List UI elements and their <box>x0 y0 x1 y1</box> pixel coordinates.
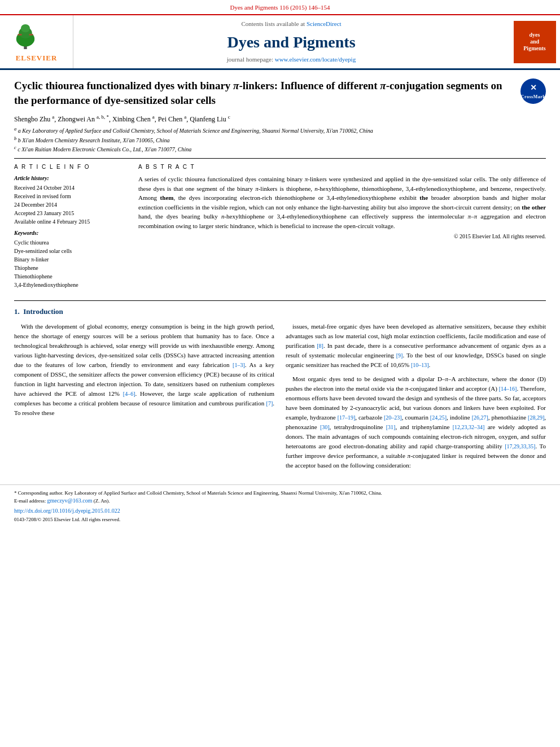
ref-17-35[interactable]: [17,29,33,35] <box>505 443 535 449</box>
journal-homepage-line: journal homepage: www.elsevier.com/locat… <box>227 55 356 64</box>
footnote-email: E-mail address: gmeczyv@163.com (Z. An). <box>14 497 546 505</box>
doi-line: http://dx.doi.org/10.1016/j.dyepig.2015.… <box>14 507 546 515</box>
svg-point-3 <box>20 24 29 32</box>
science-direct-prefix: Contents lists available at <box>241 20 306 27</box>
keyword-5: Thienothiophene <box>14 272 127 281</box>
ref-26-27[interactable]: [26,27] <box>472 414 488 421</box>
page: Dyes and Pigments 116 (2015) 146–154 ELS… <box>0 0 560 747</box>
section-title: 1. Introduction <box>14 307 546 317</box>
ref-30[interactable]: [30] <box>320 424 330 430</box>
revised-label: Received in revised form <box>14 192 127 200</box>
journal-logo-text: dyes and Pigments <box>523 32 545 52</box>
ref-9[interactable]: [9] <box>396 352 403 359</box>
ref-12-34[interactable]: [12,23,32–34] <box>453 424 485 430</box>
abstract-col: A B S T R A C T A series of cyclic thiou… <box>138 163 546 289</box>
email-suffix: (Z. An). <box>94 498 110 504</box>
homepage-prefix: journal homepage: <box>227 56 275 63</box>
email-label: E-mail address: <box>14 498 47 504</box>
history-label: Article history: <box>14 174 127 182</box>
crossmark-badge[interactable]: ✕ CrossMark <box>520 78 546 104</box>
affiliation-b: b b Xi'an Modern Chemistry Research Inst… <box>14 136 546 145</box>
top-banner: ELSEVIER Contents lists available at Sci… <box>0 15 560 70</box>
svg-rect-5 <box>29 34 33 36</box>
homepage-link[interactable]: www.elsevier.com/locate/dyepig <box>275 56 356 63</box>
science-direct-link[interactable]: ScienceDirect <box>307 20 342 27</box>
article-content: Cyclic thiourea functionalized dyes with… <box>0 70 560 476</box>
intro-col-left: With the development of global economy, … <box>14 322 274 471</box>
ref-20-23[interactable]: [20–23] <box>384 414 402 421</box>
science-direct-line: Contents lists available at ScienceDirec… <box>241 20 341 28</box>
ref-8[interactable]: [8] <box>317 343 323 349</box>
journal-header: Dyes and Pigments 116 (2015) 146–154 <box>0 0 560 15</box>
svg-rect-4 <box>18 34 21 36</box>
crossmark-cross-icon: ✕ <box>530 82 537 94</box>
received-date: Received 24 October 2014 <box>14 184 127 192</box>
ref-10-13[interactable]: [10–13] <box>411 362 429 368</box>
elsevier-logo-area: ELSEVIER <box>0 15 73 68</box>
doi-link[interactable]: http://dx.doi.org/10.1016/j.dyepig.2015.… <box>14 508 120 514</box>
keyword-4: Thiophene <box>14 264 127 272</box>
crossmark-circle: ✕ CrossMark <box>520 78 546 104</box>
introduction-section: 1. Introduction With the development of … <box>14 300 546 470</box>
affiliation-a: a a Key Laboratory of Applied Surface an… <box>14 126 546 135</box>
page-footer: * Corresponding author. Key Laboratory o… <box>0 484 560 527</box>
footnote-text: * Corresponding author. Key Laboratory o… <box>14 490 546 497</box>
section-number: 1. <box>14 307 20 316</box>
elsevier-tree-icon <box>8 24 42 49</box>
intro-text-left: With the development of global economy, … <box>14 322 274 418</box>
affiliations: a a Key Laboratory of Applied Surface an… <box>14 126 546 154</box>
article-info-abstract: A R T I C L E I N F O Article history: R… <box>14 163 546 289</box>
intro-col-right: issues, metal-free organic dyes have bee… <box>286 322 546 471</box>
accepted-date: Accepted 23 January 2015 <box>14 209 127 217</box>
ref-28-29[interactable]: [28,29] <box>528 414 544 421</box>
keyword-2: Dye-sensitized solar cells <box>14 247 127 255</box>
abstract-heading: A B S T R A C T <box>138 163 546 171</box>
authors-line: Shengbo Zhu a, Zhongwei An a, b, *, Xinb… <box>14 113 546 124</box>
ref-14-16[interactable]: [14–16] <box>499 386 517 392</box>
article-title: Cyclic thiourea functionalized dyes with… <box>14 78 515 107</box>
email-link[interactable]: gmeczyv@163.com <box>47 497 92 504</box>
journal-logo-box: dyes and Pigments <box>514 21 556 63</box>
ref-4-6[interactable]: [4–6] <box>123 391 135 397</box>
article-info-col: A R T I C L E I N F O Article history: R… <box>14 163 127 289</box>
available-date: Available online 4 February 2015 <box>14 217 127 226</box>
ref-7[interactable]: [7] <box>266 400 273 407</box>
divider <box>14 158 546 159</box>
keyword-1: Cyclic thiourea <box>14 238 127 247</box>
copyright-line: © 2015 Elsevier Ltd. All rights reserved… <box>138 233 546 241</box>
issn-line: 0143-7208/© 2015 Elsevier Ltd. All right… <box>14 516 546 523</box>
ref-24-25[interactable]: [24,25] <box>430 414 447 421</box>
ref-31[interactable]: [31] <box>386 424 396 430</box>
section-title-text: Introduction <box>23 307 63 316</box>
intro-two-col: With the development of global economy, … <box>14 322 546 471</box>
revised-date: 24 December 2014 <box>14 200 127 209</box>
affiliation-c: c c Xi'an Ruitian Modern Electronic Chem… <box>14 145 546 154</box>
journal-logo-area: dyes and Pigments <box>509 15 560 68</box>
intro-text-right: issues, metal-free organic dyes have bee… <box>286 322 546 471</box>
ref-17-19[interactable]: [17–19] <box>338 414 356 421</box>
footnote-star: * <box>14 490 17 496</box>
keyword-6: 3,4-Ethylenedioxythiophene <box>14 281 127 289</box>
ref-1-3[interactable]: [1–3] <box>233 362 245 368</box>
keyword-3: Binary π-linker <box>14 255 127 264</box>
article-info-heading: A R T I C L E I N F O <box>14 163 127 171</box>
elsevier-label: ELSEVIER <box>8 53 65 63</box>
elsevier-logo-box: ELSEVIER <box>8 24 65 60</box>
keywords-label: Keywords: <box>14 229 127 237</box>
journal-citation: Dyes and Pigments 116 (2015) 146–154 <box>11 3 549 12</box>
journal-title-area: Contents lists available at ScienceDirec… <box>73 15 509 68</box>
article-title-section: Cyclic thiourea functionalized dyes with… <box>14 78 546 107</box>
abstract-text: A series of cyclic thiourea functionaliz… <box>138 174 546 230</box>
crossmark-label: CrossMark <box>521 94 545 100</box>
journal-name: Dyes and Pigments <box>227 31 355 53</box>
